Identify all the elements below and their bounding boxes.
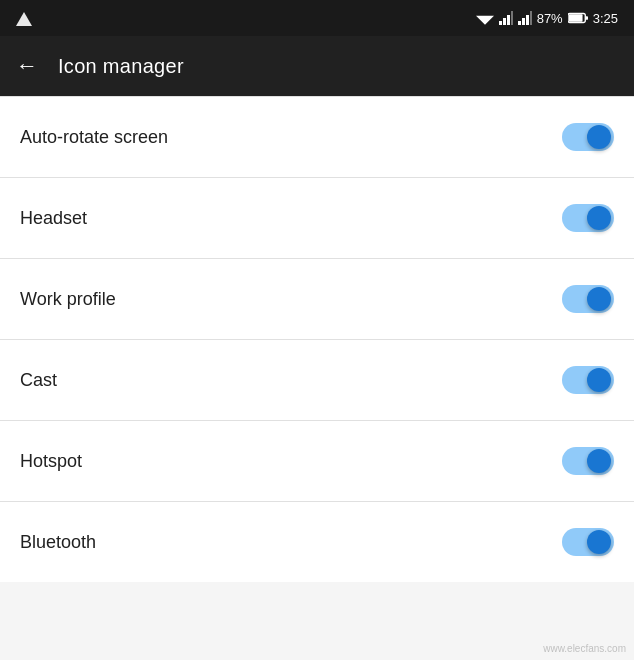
toggle-work-profile[interactable] xyxy=(562,285,614,313)
list-item-headset: Headset xyxy=(0,178,634,258)
svg-rect-11 xyxy=(569,14,583,21)
status-icons: 87% 3:25 xyxy=(476,11,618,26)
signal1-icon xyxy=(499,11,513,25)
toggle-thumb-headset xyxy=(587,206,611,230)
toggle-track-headset xyxy=(562,204,614,232)
toggle-thumb-auto-rotate xyxy=(587,125,611,149)
toggle-auto-rotate[interactable] xyxy=(562,123,614,151)
list-item-work-profile: Work profile xyxy=(0,259,634,339)
toggle-headset[interactable] xyxy=(562,204,614,232)
svg-rect-2 xyxy=(499,21,502,25)
item-label-headset: Headset xyxy=(20,208,87,229)
watermark: www.elecfans.com xyxy=(543,643,626,654)
back-button[interactable]: ← xyxy=(16,53,38,79)
battery-icon xyxy=(568,12,588,24)
item-label-bluetooth: Bluetooth xyxy=(20,532,96,553)
toggle-track-bluetooth xyxy=(562,528,614,556)
status-left xyxy=(16,10,470,26)
toggle-track-cast xyxy=(562,366,614,394)
svg-rect-4 xyxy=(507,15,510,25)
svg-rect-8 xyxy=(526,15,529,25)
wifi-icon xyxy=(476,11,494,25)
toggle-hotspot[interactable] xyxy=(562,447,614,475)
svg-marker-1 xyxy=(476,16,494,25)
svg-rect-6 xyxy=(518,21,521,25)
app-bar: ← Icon manager xyxy=(0,36,634,96)
page-title: Icon manager xyxy=(58,55,184,78)
svg-rect-7 xyxy=(522,18,525,25)
battery-percent: 87% xyxy=(537,11,563,26)
svg-rect-12 xyxy=(585,16,588,20)
settings-list: Auto-rotate screenHeadsetWork profileCas… xyxy=(0,97,634,582)
toggle-thumb-bluetooth xyxy=(587,530,611,554)
list-item-hotspot: Hotspot xyxy=(0,421,634,501)
signal2-icon xyxy=(518,11,532,25)
toggle-track-work-profile xyxy=(562,285,614,313)
list-item-cast: Cast xyxy=(0,340,634,420)
toggle-cast[interactable] xyxy=(562,366,614,394)
toggle-thumb-work-profile xyxy=(587,287,611,311)
svg-rect-5 xyxy=(511,11,513,25)
item-label-work-profile: Work profile xyxy=(20,289,116,310)
item-label-cast: Cast xyxy=(20,370,57,391)
status-bar: 87% 3:25 xyxy=(0,0,634,36)
toggle-thumb-hotspot xyxy=(587,449,611,473)
item-label-auto-rotate: Auto-rotate screen xyxy=(20,127,168,148)
list-item-auto-rotate: Auto-rotate screen xyxy=(0,97,634,177)
clock: 3:25 xyxy=(593,11,618,26)
item-label-hotspot: Hotspot xyxy=(20,451,82,472)
toggle-bluetooth[interactable] xyxy=(562,528,614,556)
list-item-bluetooth: Bluetooth xyxy=(0,502,634,582)
toggle-thumb-cast xyxy=(587,368,611,392)
svg-marker-0 xyxy=(16,12,32,26)
toggle-track-auto-rotate xyxy=(562,123,614,151)
svg-rect-9 xyxy=(530,11,532,25)
toggle-track-hotspot xyxy=(562,447,614,475)
svg-rect-3 xyxy=(503,18,506,25)
